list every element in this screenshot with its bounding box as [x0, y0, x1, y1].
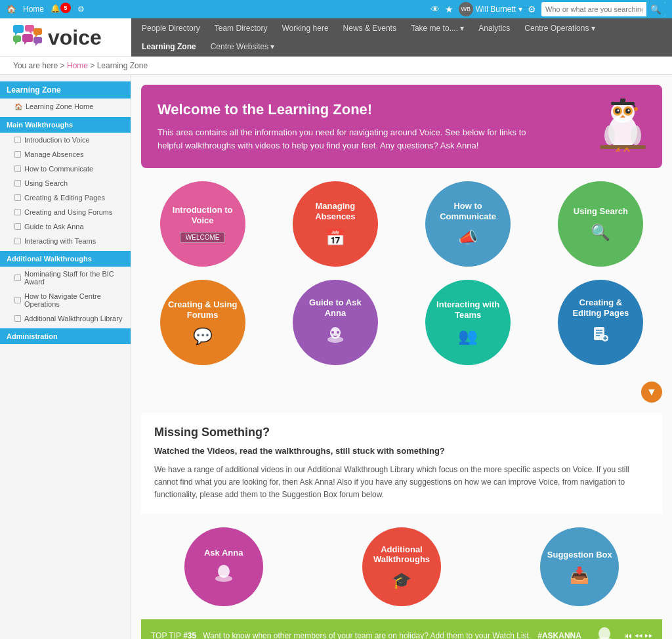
circle-additional-title: Additional Walkthroughs: [369, 544, 434, 565]
user-info: WB Will Burnett ▾: [459, 2, 522, 16]
circle-search-title: Using Search: [574, 206, 628, 217]
nav-working-here[interactable]: Working here: [275, 20, 335, 36]
circle-forums[interactable]: Creating & Using Forums 💬: [160, 280, 245, 365]
circle-absences[interactable]: Managing Absences 📅: [293, 181, 378, 267]
sidebar-item-askanna[interactable]: Guide to Ask Anna: [0, 219, 131, 234]
sidebar-item-teams[interactable]: Interacting with Teams: [0, 234, 131, 248]
svg-point-25: [604, 125, 615, 145]
nav-centre-websites[interactable]: Centre Websites ▾: [204, 39, 282, 55]
svg-point-23: [628, 109, 630, 111]
circle-additional-icon: 🎓: [392, 571, 411, 590]
svg-point-34: [331, 331, 334, 334]
circle-additional[interactable]: Additional Walkthroughs 🎓: [362, 527, 441, 606]
search-button[interactable]: 🔍: [646, 2, 665, 16]
sidebar-item-absences[interactable]: Manage Absences: [0, 147, 131, 162]
circle-absences-icon: 📅: [326, 229, 345, 247]
svg-rect-10: [33, 37, 42, 43]
circle-askanna-title: Guide to Ask Anna: [299, 297, 371, 318]
svg-point-22: [618, 109, 620, 111]
sidebar: Learning Zone Learning Zone Home Main Wa…: [0, 75, 131, 639]
circle-suggestion-title: Suggestion Box: [547, 550, 612, 560]
nav-learning-zone[interactable]: Learning Zone: [135, 39, 203, 55]
search-bar: 🔍: [541, 2, 665, 16]
circle-editing-title: Creating & Editing Pages: [564, 297, 637, 318]
breadcrumb-prefix: You are here >: [13, 61, 65, 70]
circle-forums-icon: 💬: [193, 327, 213, 345]
svg-point-44: [215, 575, 232, 582]
missing-title: Missing Something?: [154, 426, 649, 439]
sidebar-item-communicate[interactable]: How to Communicate: [0, 162, 131, 176]
user-name: Will Burnett: [476, 5, 516, 14]
circle-ask-anna-title: Ask Anna: [204, 548, 243, 558]
logo-area: voice: [0, 18, 131, 56]
missing-section: Missing Something? Watched the Videos, r…: [141, 412, 662, 514]
circle-intro-title: Introduction to Voice: [167, 205, 239, 225]
nav-team-directory[interactable]: Team Directory: [208, 20, 274, 36]
svg-marker-5: [15, 42, 18, 45]
sidebar-item-search[interactable]: Using Search: [0, 176, 131, 190]
tip-label: TOP TIP #35: [151, 631, 196, 639]
nav-take-me-to[interactable]: Take me to.... ▾: [404, 20, 471, 36]
circle-ask-anna[interactable]: Ask Anna: [184, 527, 263, 606]
nav-analytics[interactable]: Analytics: [472, 20, 516, 36]
circle-editing[interactable]: Creating & Editing Pages: [558, 280, 643, 365]
notification-bell[interactable]: 🔔5: [51, 4, 71, 14]
nav-news-events[interactable]: News & Events: [337, 20, 403, 36]
top-bar: 🏠 Home 🔔5 ⚙ 👁 ★ WB Will Burnett ▾ ⚙ �: [0, 0, 672, 18]
breadcrumb-home[interactable]: Home: [67, 61, 88, 70]
main-navigation: People Directory Team Directory Working …: [131, 18, 672, 56]
gear-icon[interactable]: ⚙: [528, 4, 536, 14]
sidebar-main-walkthroughs-title: Main Walkthroughs: [0, 117, 131, 133]
sidebar-item-centre-ops[interactable]: How to Navigate Centre Operations: [0, 289, 131, 311]
circle-forums-title: Creating & Using Forums: [167, 299, 239, 320]
scroll-indicator: ▼: [141, 378, 662, 406]
circles-row-2: Creating & Using Forums 💬 Guide to Ask A…: [141, 280, 662, 365]
settings-icon[interactable]: ⚙: [77, 5, 85, 14]
tip-controls[interactable]: ⏮ ◀◀ ▶▶: [624, 631, 652, 639]
sidebar-item-library[interactable]: Additional Walkthrough Library: [0, 311, 131, 326]
scroll-down-button[interactable]: ▼: [641, 382, 662, 403]
nav-centre-operations[interactable]: Centre Operations ▾: [518, 20, 601, 36]
logo-text: voice: [48, 26, 102, 50]
circle-askanna-icon: [326, 325, 345, 347]
tip-mascot: [595, 625, 614, 639]
svg-point-33: [327, 336, 343, 343]
svg-point-17: [634, 107, 638, 111]
sidebar-item-forums[interactable]: Creating and Using Forums: [0, 205, 131, 219]
home-link[interactable]: Home: [23, 5, 44, 14]
circle-communicate[interactable]: How to Communicate 📣: [425, 181, 511, 267]
user-dropdown-icon[interactable]: ▾: [518, 5, 522, 14]
sidebar-home-link[interactable]: Learning Zone Home: [0, 99, 131, 114]
sidebar-item-intro[interactable]: Introduction to Voice: [0, 133, 131, 147]
search-input[interactable]: [541, 4, 646, 14]
bottom-circles: Ask Anna Additional Walkthroughs 🎓: [141, 527, 662, 606]
sidebar-item-editing[interactable]: Creating & Editing Pages: [0, 190, 131, 205]
svg-marker-1: [15, 33, 18, 35]
circle-teams[interactable]: Interacting with Teams 👥: [425, 280, 511, 365]
tip-number: #35: [183, 631, 196, 639]
svg-rect-8: [33, 28, 42, 35]
nav-people-directory[interactable]: People Directory: [135, 20, 207, 36]
tip-hashtag: #ASKANNA: [537, 631, 581, 639]
home-icon: 🏠: [7, 5, 16, 14]
circle-teams-icon: 👥: [458, 327, 478, 345]
circle-askanna[interactable]: Guide to Ask Anna: [293, 280, 378, 365]
eye-icon: 👁: [430, 4, 440, 14]
sidebar-admin-title: Administration: [0, 328, 131, 344]
breadcrumb-current: Learning Zone: [97, 61, 148, 70]
logo-icon: [13, 25, 43, 50]
circle-suggestion[interactable]: Suggestion Box 📥: [540, 527, 619, 606]
top-tip-bar: TOP TIP #35 Want to know when other memb…: [141, 619, 662, 639]
circle-intro-voice[interactable]: Introduction to Voice WELCOME: [160, 181, 245, 267]
welcome-banner: Welcome to the Learning Zone! This area …: [141, 85, 662, 168]
circle-search[interactable]: Using Search 🔍: [558, 181, 643, 267]
circle-communicate-title: How to Communicate: [432, 201, 504, 221]
circle-intro-badge: WELCOME: [180, 232, 226, 243]
svg-marker-11: [35, 43, 38, 46]
logo-nav-area: voice People Directory Team Directory Wo…: [0, 18, 672, 57]
star-icon: ★: [445, 4, 453, 14]
sidebar-item-bic[interactable]: Nominating Staff for the BIC Award: [0, 267, 131, 289]
breadcrumb-separator: >: [90, 61, 96, 70]
svg-point-26: [631, 125, 641, 145]
sidebar-additional-title: Additional Walkthroughs: [0, 251, 131, 267]
